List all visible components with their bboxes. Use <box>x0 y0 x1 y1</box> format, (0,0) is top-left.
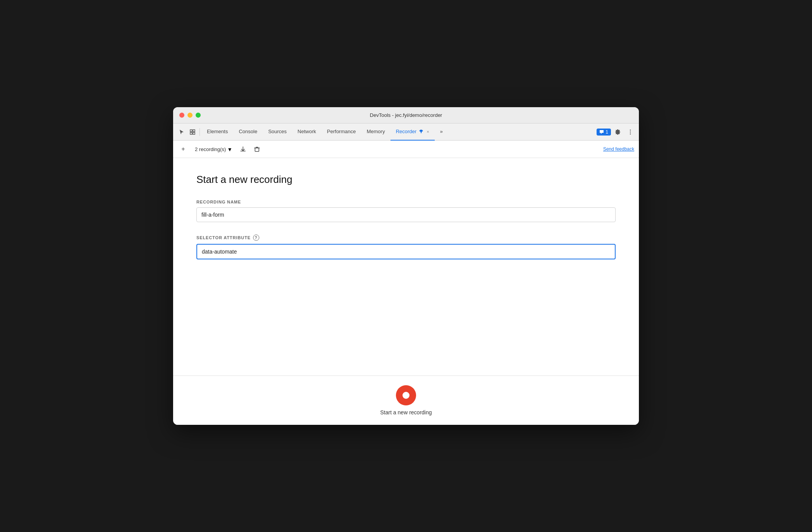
maximize-button[interactable] <box>196 113 201 118</box>
more-options-icon[interactable] <box>625 127 636 137</box>
chat-badge[interactable]: 1 <box>597 129 611 136</box>
svg-rect-7 <box>255 148 259 151</box>
svg-point-4 <box>630 129 631 130</box>
tab-memory[interactable]: Memory <box>361 123 390 141</box>
settings-icon[interactable] <box>612 127 623 137</box>
recording-name-group: RECORDING NAME <box>196 200 616 222</box>
traffic-lights <box>179 113 201 118</box>
tab-performance[interactable]: Performance <box>321 123 361 141</box>
svg-point-6 <box>630 133 631 134</box>
toolbar: + 2 recording(s) ▾ Send feedback <box>173 141 639 158</box>
tab-recorder[interactable]: Recorder × <box>390 123 435 141</box>
tab-sources[interactable]: Sources <box>263 123 292 141</box>
title-bar: DevTools - jec.fyi/demo/recorder <box>173 107 639 123</box>
recordings-label: 2 recording(s) <box>195 146 226 152</box>
svg-point-5 <box>630 131 631 132</box>
pin-icon <box>419 129 423 134</box>
recording-name-input[interactable] <box>196 207 616 222</box>
tab-more[interactable]: » <box>435 123 448 141</box>
inspect-icon[interactable] <box>187 123 198 141</box>
help-icon[interactable]: ? <box>253 235 259 241</box>
devtools-window: DevTools - jec.fyi/demo/recorder Element… <box>173 107 639 425</box>
add-recording-button[interactable]: + <box>178 144 189 155</box>
selector-attribute-input[interactable] <box>196 244 616 259</box>
record-icon <box>403 392 409 399</box>
recording-name-label: RECORDING NAME <box>196 200 616 204</box>
page-title: Start a new recording <box>196 174 616 186</box>
tab-elements[interactable]: Elements <box>201 123 233 141</box>
gear-svg <box>615 129 621 135</box>
dropdown-arrow-icon: ▾ <box>228 146 231 153</box>
download-button[interactable] <box>238 144 248 155</box>
tab-network[interactable]: Network <box>292 123 322 141</box>
selector-attribute-group: SELECTOR ATTRIBUTE ? <box>196 235 616 259</box>
window-title: DevTools - jec.fyi/demo/recorder <box>370 112 442 118</box>
download-icon <box>240 146 246 152</box>
svg-rect-2 <box>190 132 192 134</box>
dots-svg <box>627 129 633 135</box>
send-feedback-link[interactable]: Send feedback <box>603 146 634 152</box>
tab-divider <box>200 128 200 136</box>
selector-attribute-label: SELECTOR ATTRIBUTE ? <box>196 235 616 241</box>
svg-rect-3 <box>193 132 195 134</box>
devtools-tabs: Elements Console Sources Network Perform… <box>173 123 639 141</box>
chat-icon <box>599 130 604 134</box>
start-recording-button[interactable] <box>396 385 416 405</box>
start-recording-label: Start a new recording <box>380 409 432 416</box>
close-button[interactable] <box>179 113 184 118</box>
recordings-dropdown[interactable]: 2 recording(s) ▾ <box>192 144 234 155</box>
svg-rect-0 <box>190 130 192 132</box>
main-content: Start a new recording RECORDING NAME SEL… <box>173 158 639 376</box>
tab-right-icons: 1 <box>597 127 636 137</box>
cursor-icon[interactable] <box>176 123 187 141</box>
minimize-button[interactable] <box>187 113 193 118</box>
recorder-close[interactable]: × <box>427 129 429 134</box>
tab-console[interactable]: Console <box>233 123 263 141</box>
delete-button[interactable] <box>252 144 262 155</box>
trash-icon <box>254 146 260 152</box>
svg-rect-1 <box>193 130 195 132</box>
footer: Start a new recording <box>173 376 639 425</box>
